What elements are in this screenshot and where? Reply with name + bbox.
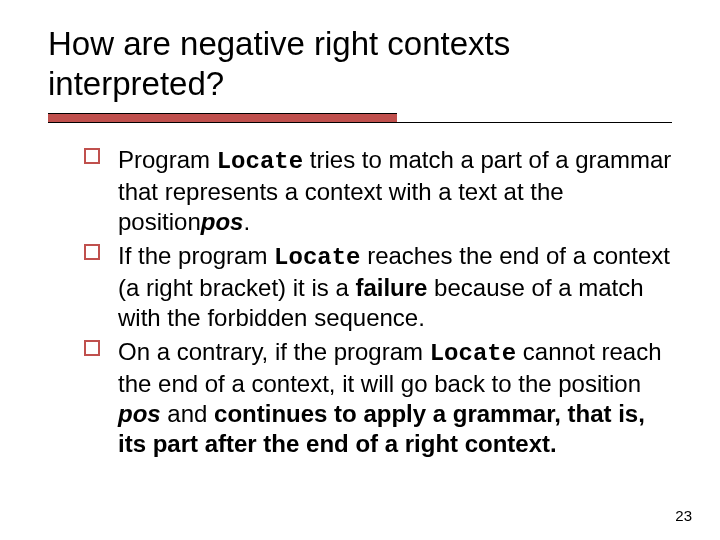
code-locate: Locate	[430, 340, 516, 367]
code-locate: Locate	[217, 148, 303, 175]
text: and	[161, 400, 214, 427]
code-locate: Locate	[274, 244, 360, 271]
list-item: On a contrary, if the program Locate can…	[84, 337, 672, 459]
bullet-marker-icon	[84, 244, 100, 260]
bold-failure: failure	[355, 274, 427, 301]
text: If the program	[118, 242, 274, 269]
text: On a contrary, if the program	[118, 338, 430, 365]
text: Program	[118, 146, 217, 173]
page-number: 23	[675, 507, 692, 524]
title-rule	[48, 113, 672, 123]
var-pos: pos	[118, 400, 161, 427]
var-pos: pos	[201, 208, 244, 235]
bullet-marker-icon	[84, 340, 100, 356]
text: .	[243, 208, 250, 235]
list-item: Program Locate tries to match a part of …	[84, 145, 672, 237]
bullet-marker-icon	[84, 148, 100, 164]
slide-title: How are negative right contexts interpre…	[48, 24, 672, 103]
list-item: If the program Locate reaches the end of…	[84, 241, 672, 333]
bullet-list: Program Locate tries to match a part of …	[48, 145, 672, 459]
